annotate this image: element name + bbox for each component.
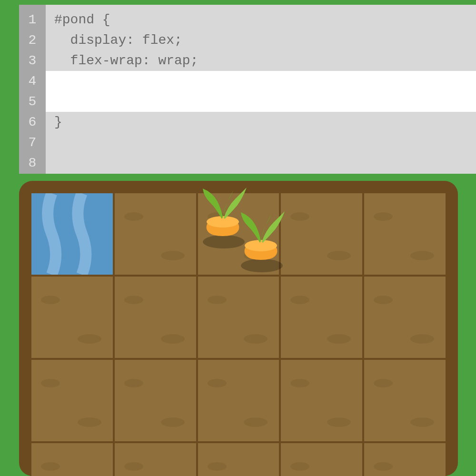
line-number: 3 xyxy=(29,50,37,71)
dirt-tile xyxy=(114,276,197,359)
dirt-tile xyxy=(280,359,363,442)
code-area: #pond { display: flex; flex-wrap: wrap; … xyxy=(46,5,476,174)
garden-grid xyxy=(30,192,446,476)
dirt-tile xyxy=(280,276,363,359)
code-line-3: flex-wrap: wrap; xyxy=(54,50,476,71)
dirt-tile xyxy=(280,192,363,276)
line-number-gutter: 1 2 3 4 5 6 7 8 xyxy=(19,5,46,174)
code-editor: 1 2 3 4 5 6 7 8 #pond { display: flex; f… xyxy=(19,5,476,174)
dirt-tile xyxy=(280,442,363,476)
dirt-tile xyxy=(363,192,446,276)
line-number: 4 xyxy=(29,71,37,91)
dirt-tile xyxy=(197,359,280,442)
css-input-area[interactable] xyxy=(46,71,476,112)
code-line-2: display: flex; xyxy=(54,30,476,50)
code-line-1: #pond { xyxy=(54,10,476,30)
dirt-tile xyxy=(114,359,197,442)
line-number: 2 xyxy=(29,30,37,50)
line-number: 8 xyxy=(29,153,37,173)
dirt-tile xyxy=(114,192,197,276)
dirt-tile xyxy=(197,192,280,276)
dirt-tile xyxy=(197,276,280,359)
dirt-tile xyxy=(30,276,114,359)
line-number: 1 xyxy=(29,10,37,30)
dirt-tile xyxy=(363,442,446,476)
dirt-tile xyxy=(197,442,280,476)
line-number: 6 xyxy=(29,112,37,132)
line-number: 5 xyxy=(29,91,37,112)
dirt-tile xyxy=(114,442,197,476)
dirt-tile xyxy=(30,442,114,476)
water-tile xyxy=(30,192,114,276)
dirt-tile xyxy=(30,359,114,442)
css-input[interactable] xyxy=(46,71,476,112)
game-board xyxy=(19,181,458,476)
dirt-tile xyxy=(363,276,446,359)
dirt-tile xyxy=(363,359,446,442)
code-line-close: } xyxy=(54,112,62,132)
line-number: 7 xyxy=(29,132,37,153)
